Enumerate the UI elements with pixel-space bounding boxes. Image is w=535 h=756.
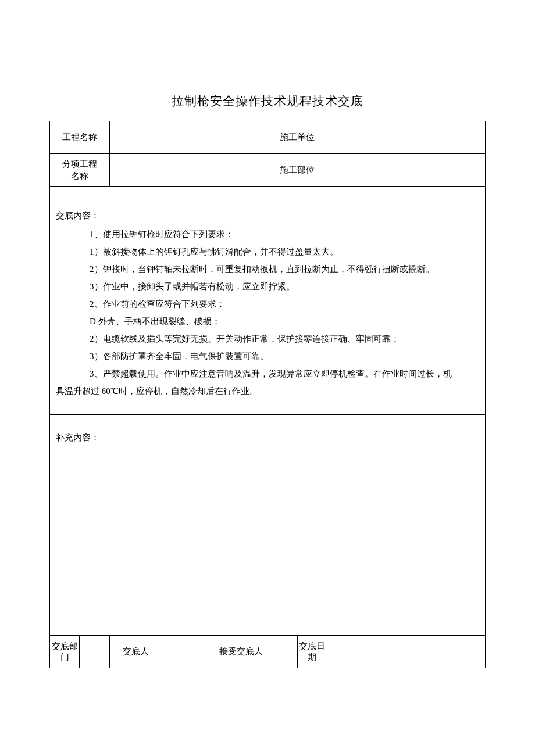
person-label: 交底人	[109, 636, 162, 668]
construction-unit-value	[327, 121, 486, 154]
content-item-8: 3）各部防护罩齐全牢固，电气保护装置可靠。	[56, 347, 479, 365]
construction-unit-label: 施工单位	[268, 121, 327, 154]
content-item-6: D 外壳、手柄不出现裂缝、破损；	[56, 313, 479, 330]
dept-value	[80, 636, 109, 668]
person-value	[162, 636, 215, 668]
content-item-1: 1、使用拉钾钉枪时应符合下列要求：	[56, 225, 479, 243]
content-cell: 交底内容： 1、使用拉钾钉枪时应符合下列要求： 1）被斜接物体上的钾钉孔应与怫钉…	[50, 187, 486, 415]
subproject-label-line2: 名称	[71, 171, 88, 181]
subproject-value	[109, 154, 268, 187]
project-name-label: 工程名称	[50, 121, 110, 154]
content-row: 交底内容： 1、使用拉钾钉枪时应符合下列要求： 1）被斜接物体上的钾钉孔应与怫钉…	[50, 187, 486, 415]
header-row-2: 分项工程 名称 施工部位	[50, 154, 486, 187]
content-item-2: 1）被斜接物体上的钾钉孔应与怫钉滑配合，并不得过盈量太大。	[56, 243, 479, 260]
subproject-label-line1: 分项工程	[62, 159, 97, 169]
project-name-value	[109, 121, 268, 154]
header-row-1: 工程名称 施工单位	[50, 121, 486, 154]
content-item-9a: 3、严禁超载使用。作业中应注意音响及温升，发现异常应立即停机检查。在作业时间过长…	[56, 365, 479, 382]
content-item-5: 2、作业前的检查应符合下列要求：	[56, 295, 479, 313]
supplementary-row: 补充内容：	[50, 415, 486, 636]
date-value	[327, 636, 486, 668]
dept-label: 交底部门	[50, 636, 80, 668]
content-item-4: 3）作业中，接卸头子或并帽若有松动，应立即拧紧。	[56, 278, 479, 295]
construction-part-value	[327, 154, 486, 187]
construction-part-label: 施工部位	[268, 154, 327, 187]
document-title: 拉制枪安全操作技术规程技术交底	[49, 93, 486, 109]
receiver-value	[268, 636, 297, 668]
receiver-label: 接受交底人	[215, 636, 268, 668]
content-item-7: 2）电缆软线及插头等完好无损、开关动作正常，保护接零连接正确、牢固可靠；	[56, 330, 479, 347]
subproject-label: 分项工程 名称	[50, 154, 110, 187]
content-item-9b: 具温升超过 60℃时，应停机，自然冷却后在行作业。	[56, 382, 479, 400]
content-heading: 交底内容：	[56, 207, 479, 224]
date-label: 交底日期	[297, 636, 327, 668]
supplementary-heading: 补充内容：	[56, 432, 479, 443]
content-item-3: 2）钾接时，当钾钉轴未拉断时，可重复扣动扳机，直到拉断为止，不得强行扭断或撬断。	[56, 260, 479, 278]
footer-row: 交底部门 交底人 接受交底人 交底日期	[50, 636, 486, 668]
supplementary-cell: 补充内容：	[50, 415, 486, 636]
document-table: 工程名称 施工单位 分项工程 名称 施工部位 交底内容： 1、使用拉钾钉枪时应符…	[49, 121, 486, 668]
